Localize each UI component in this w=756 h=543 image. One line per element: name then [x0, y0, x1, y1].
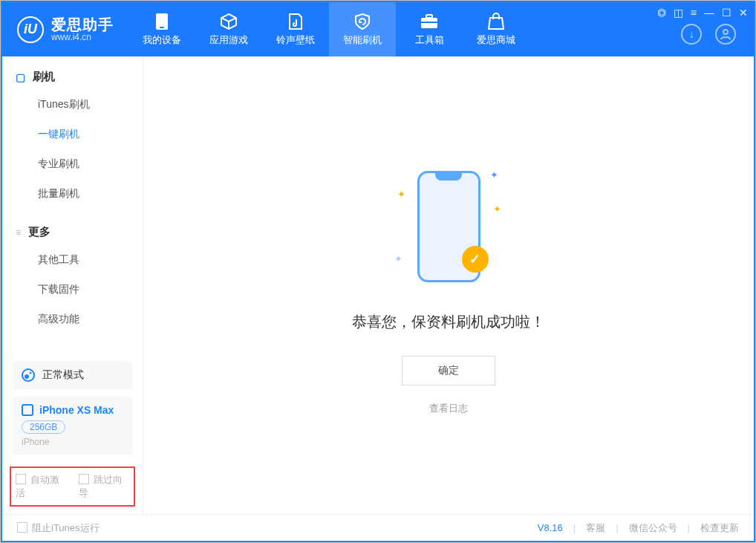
device-type: iPhone — [22, 437, 123, 447]
top-nav: 我的设备 应用游戏 铃声壁纸 智能刷机 工具箱 爱思商城 — [128, 2, 529, 56]
menu-icon[interactable]: ≡ — [691, 7, 697, 19]
app-domain: www.i4.cn — [51, 33, 114, 42]
checkbox-auto-activate[interactable]: 自动激活 — [16, 473, 67, 500]
phone-icon — [22, 404, 33, 416]
svg-rect-4 — [421, 22, 437, 23]
sidebar-section-flash: ▢ 刷机 — [2, 70, 143, 90]
check-update-link[interactable]: 检查更新 — [700, 521, 739, 535]
ok-button[interactable]: 确定 — [402, 356, 495, 386]
close-icon[interactable]: ✕ — [739, 7, 748, 19]
svg-rect-1 — [160, 27, 164, 28]
checkbox-icon — [79, 474, 89, 484]
device-card[interactable]: iPhone XS Max 256GB iPhone — [13, 397, 132, 455]
highlighted-checkbox-row: 自动激活 跳过向导 — [10, 466, 135, 507]
nav-label: 铃声壁纸 — [276, 33, 315, 47]
sidebar-item-pro-flash[interactable]: 专业刷机 — [2, 149, 143, 179]
nav-store[interactable]: 爱思商城 — [463, 2, 529, 56]
mode-card[interactable]: 正常模式 — [13, 361, 132, 389]
user-icon[interactable] — [715, 24, 736, 45]
storage-badge: 256GB — [22, 420, 65, 434]
title-bar: iU 爱思助手 www.i4.cn 我的设备 应用游戏 铃声壁纸 智能刷机 — [2, 2, 754, 56]
sidebar-item-itunes-flash[interactable]: iTunes刷机 — [2, 90, 143, 120]
version-label: V8.16 — [538, 522, 563, 533]
nav-apps-games[interactable]: 应用游戏 — [195, 2, 262, 56]
main-content: ✦ ✦ ✦ ✦ ✓ 恭喜您，保资料刷机成功啦！ 确定 查看日志 — [143, 56, 754, 514]
nav-label: 应用游戏 — [209, 33, 248, 47]
nav-smart-flash[interactable]: 智能刷机 — [329, 2, 396, 56]
mode-label: 正常模式 — [42, 368, 84, 382]
nav-toolbox[interactable]: 工具箱 — [396, 2, 463, 56]
shirt-icon[interactable]: ⏣ — [657, 7, 666, 19]
sidebar: ▢ 刷机 iTunes刷机 一键刷机 专业刷机 批量刷机 ≡ 更多 其他工具 下… — [2, 56, 143, 514]
sparkle-icon: ✦ — [490, 169, 498, 181]
sidebar-section-more: ≡ 更多 — [2, 225, 143, 245]
phone-illustration: ✦ ✦ ✦ ✦ ✓ — [393, 156, 504, 297]
nav-label: 工具箱 — [415, 33, 444, 47]
nav-ringtone-wallpaper[interactable]: 铃声壁纸 — [262, 2, 329, 56]
separator: | — [616, 522, 618, 533]
checkmark-badge-icon: ✓ — [462, 246, 489, 273]
nav-label: 智能刷机 — [343, 33, 382, 47]
toolbox-icon — [420, 13, 439, 30]
logo-area: iU 爱思助手 www.i4.cn — [2, 16, 128, 43]
separator: | — [688, 522, 690, 533]
maximize-icon[interactable]: ☐ — [722, 7, 731, 19]
section-title: 更多 — [28, 225, 50, 239]
cube-icon — [219, 13, 238, 30]
shopping-bag-icon — [486, 13, 506, 30]
sidebar-item-oneclick-flash[interactable]: 一键刷机 — [2, 120, 143, 149]
music-file-icon — [286, 13, 305, 30]
sidebar-item-download-firmware[interactable]: 下载固件 — [2, 275, 143, 305]
nav-my-device[interactable]: 我的设备 — [128, 2, 195, 56]
checkbox-skip-guide[interactable]: 跳过向导 — [79, 473, 130, 500]
wechat-link[interactable]: 微信公众号 — [629, 521, 677, 535]
nav-label: 我的设备 — [143, 33, 181, 47]
sparkle-icon: ✦ — [397, 189, 405, 200]
nav-label: 爱思商城 — [477, 33, 515, 47]
app-title: 爱思助手 — [51, 16, 114, 33]
phone-body-icon: ✓ — [417, 171, 480, 282]
list-icon: ≡ — [16, 227, 21, 238]
mode-status-icon — [22, 368, 35, 382]
phone-outline-icon: ▢ — [16, 71, 25, 83]
checkbox-icon — [16, 474, 26, 484]
status-bar: 阻止iTunes运行 V8.16 | 客服 | 微信公众号 | 检查更新 — [2, 514, 754, 541]
header-right-icons: ↓ — [681, 24, 736, 45]
sparkle-icon: ✦ — [493, 204, 501, 215]
checkbox-icon — [17, 522, 27, 533]
download-icon[interactable]: ↓ — [681, 24, 702, 45]
sidebar-item-advanced[interactable]: 高级功能 — [2, 305, 143, 334]
success-message: 恭喜您，保资料刷机成功啦！ — [352, 312, 545, 332]
device-icon — [152, 13, 172, 30]
separator: | — [573, 522, 576, 533]
checkbox-block-itunes[interactable]: 阻止iTunes运行 — [17, 521, 100, 535]
window-controls: ⏣ ◫ ≡ — ☐ ✕ — [657, 7, 748, 19]
minimize-icon[interactable]: — — [704, 7, 714, 19]
sidebar-item-batch-flash[interactable]: 批量刷机 — [2, 179, 143, 209]
app-logo-icon: iU — [17, 16, 44, 43]
svg-point-5 — [723, 30, 728, 34]
sparkle-icon: ✦ — [394, 253, 403, 264]
support-link[interactable]: 客服 — [586, 521, 605, 535]
view-log-link[interactable]: 查看日志 — [429, 402, 468, 415]
sidebar-item-other-tools[interactable]: 其他工具 — [2, 245, 143, 275]
refresh-shield-icon — [353, 13, 372, 30]
section-title: 刷机 — [33, 70, 55, 84]
device-name: iPhone XS Max — [39, 404, 114, 416]
lock-icon[interactable]: ◫ — [674, 7, 683, 19]
svg-rect-3 — [426, 15, 432, 18]
